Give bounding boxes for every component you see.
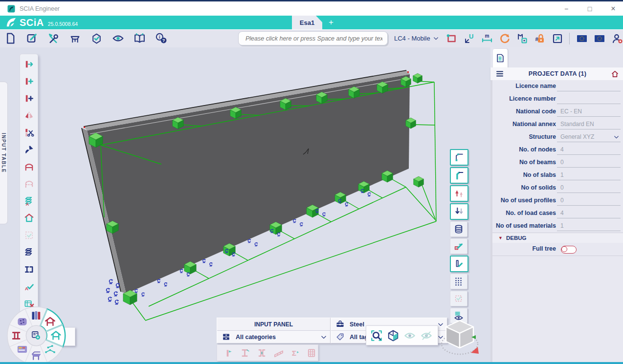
view-button[interactable]	[111, 32, 125, 45]
render-wireframe-button[interactable]	[450, 149, 468, 166]
category-value: All categories	[236, 334, 276, 341]
help-icon: i?	[155, 32, 167, 44]
snap-settings-button[interactable]	[515, 32, 529, 45]
category-dropdown[interactable]: All categories	[217, 331, 330, 343]
structural-model-3d[interactable]	[0, 47, 490, 364]
full-tree-toggle[interactable]	[561, 246, 577, 254]
tools-button[interactable]	[47, 32, 60, 45]
support-node[interactable]	[413, 73, 423, 83]
sum-profiles-button[interactable]: Σ	[289, 346, 301, 360]
field-value[interactable]: 1	[557, 221, 621, 231]
hide-elements-button[interactable]	[402, 329, 417, 342]
selection-disabled-button[interactable]	[22, 229, 36, 242]
panel-header: PROJECT DATA (1)	[490, 67, 623, 81]
close-button[interactable]: ×	[608, 4, 618, 13]
arch-frame-button[interactable]	[22, 160, 36, 173]
arch-frame-disabled-button[interactable]	[22, 177, 36, 191]
ucs-axes-button[interactable]: U	[463, 32, 476, 45]
search-input[interactable]	[245, 35, 383, 43]
render-solid-button[interactable]	[450, 167, 468, 184]
command-search[interactable]	[238, 31, 388, 45]
field-label: No of slabs	[523, 171, 556, 178]
arch-frame-disabled-icon	[23, 178, 35, 190]
field-value[interactable]: General XYZ	[557, 132, 621, 142]
cladding-button[interactable]	[272, 346, 285, 360]
load-case-selector[interactable]: LC4 - Mobile	[394, 30, 439, 46]
zoom-selection-button[interactable]	[369, 329, 384, 342]
add-node-button[interactable]	[22, 75, 36, 88]
hamburger-menu-icon[interactable]	[495, 69, 504, 78]
field-value[interactable]	[557, 81, 621, 91]
workstation-wheel[interactable]	[4, 306, 69, 364]
field-value[interactable]: 4	[557, 208, 621, 218]
ws-materials-icon[interactable]	[18, 318, 26, 325]
maximize-button[interactable]: □	[585, 5, 595, 13]
field-label: No of beams	[519, 159, 556, 166]
debug-section-header[interactable]: ▼ DEBUG	[492, 233, 623, 243]
beam-i-button[interactable]	[239, 346, 251, 360]
selection-tool-button[interactable]	[450, 291, 467, 306]
rotate-arrow-icon[interactable]	[471, 347, 479, 354]
input-table-tab[interactable]: INPUT TABLE	[0, 82, 8, 224]
project-data-tab[interactable]	[493, 49, 508, 67]
fullscreen-button[interactable]	[551, 32, 564, 45]
check-input-button[interactable]: A	[22, 280, 36, 293]
selection-rect-button[interactable]	[445, 32, 458, 45]
eu-flag-2-button[interactable]	[593, 32, 606, 45]
field-value[interactable]: 0	[557, 157, 621, 168]
chevron-down-icon[interactable]	[613, 134, 620, 140]
new-document-button[interactable]	[4, 32, 17, 45]
document-tab[interactable]: Esa1	[292, 16, 322, 29]
view-cube[interactable]	[437, 315, 483, 363]
eu-flag-button[interactable]	[575, 32, 588, 45]
move-node-button[interactable]	[22, 58, 36, 71]
paintbrush-button[interactable]	[22, 143, 36, 156]
field-value[interactable]: 0	[557, 195, 621, 206]
measure-button[interactable]: m	[480, 32, 493, 45]
ws-tables-icon[interactable]	[18, 346, 27, 353]
home-icon[interactable]	[611, 70, 619, 78]
mirror-button[interactable]	[22, 109, 36, 122]
layers-annotation-button[interactable]: A	[22, 194, 36, 208]
field-value[interactable]: 0	[557, 183, 621, 193]
multi-profiles-button[interactable]	[305, 346, 318, 360]
show-supports-button[interactable]	[450, 185, 468, 202]
check-structure-button[interactable]	[90, 32, 103, 45]
help-button[interactable]: i?	[155, 32, 168, 45]
frame-teal-button[interactable]	[22, 212, 36, 225]
grid-points-button[interactable]	[450, 274, 467, 289]
eu-flag-2-icon	[594, 33, 605, 44]
show-elements-button[interactable]	[419, 329, 434, 342]
add-beam-button[interactable]	[22, 92, 36, 105]
cross-section-button[interactable]	[255, 346, 268, 360]
view-3d-button[interactable]	[386, 329, 400, 342]
show-loads-button[interactable]	[450, 203, 468, 220]
field-value[interactable]: 4	[557, 145, 621, 155]
field-value[interactable]: EC - EN	[557, 107, 621, 117]
section-insert-button[interactable]	[22, 263, 36, 276]
field-value[interactable]: Standard EN	[557, 119, 621, 129]
refresh-button[interactable]	[498, 32, 511, 45]
load-symbol	[255, 242, 258, 246]
field-label: No. of load cases	[506, 210, 556, 216]
title-bar: SCIA Engineer − □ ×	[0, 1, 623, 16]
lock-numbering-button[interactable]: #	[533, 32, 546, 45]
structure-model-button[interactable]	[68, 32, 82, 45]
user-offline-button[interactable]	[610, 32, 623, 45]
column-button[interactable]	[222, 346, 235, 360]
layers-button[interactable]	[22, 246, 36, 259]
database-button[interactable]	[450, 221, 467, 237]
library-button[interactable]	[133, 32, 146, 45]
minimize-button[interactable]: −	[561, 5, 571, 13]
field-value[interactable]	[557, 94, 621, 104]
node-support-button[interactable]	[450, 238, 467, 254]
wheel-center-button[interactable]	[26, 325, 46, 345]
ws-sections-icon[interactable]	[32, 311, 40, 320]
edit-project-button[interactable]	[25, 32, 39, 45]
field-value[interactable]: 1	[557, 170, 621, 180]
model-viewport[interactable]	[0, 47, 490, 364]
move-node-icon	[23, 59, 35, 70]
new-tab-button[interactable]: +	[329, 16, 334, 29]
new-member-button[interactable]	[450, 256, 468, 272]
cut-button[interactable]	[22, 126, 36, 139]
